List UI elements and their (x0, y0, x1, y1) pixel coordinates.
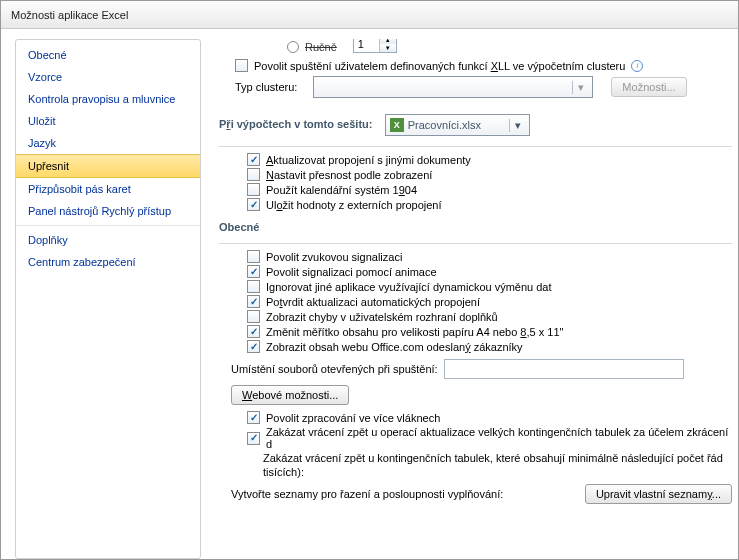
chk-update-links[interactable] (247, 153, 260, 166)
sidebar-item-ribbon[interactable]: Přizpůsobit pás karet (16, 178, 200, 200)
chk-undo-pivot[interactable] (247, 432, 260, 445)
lbl-undo-pivot: Zakázat vrácení zpět u operací aktualiza… (266, 426, 732, 450)
lbl-confirm-links: Potvrdit aktualizaci automatických propo… (266, 296, 480, 308)
lbl-scale-a4: Změnit měřítko obsahu pro velikosti papí… (266, 326, 563, 338)
lbl-sound: Povolit zvukovou signalizaci (266, 251, 402, 263)
lbl-addin-errors: Zobrazit chyby v uživatelském rozhraní d… (266, 311, 498, 323)
sidebar-item-general[interactable]: Obecné (16, 44, 200, 66)
chk-save-external[interactable] (247, 198, 260, 211)
sidebar-item-addins[interactable]: Doplňky (16, 229, 200, 251)
chevron-down-icon: ▾ (572, 81, 588, 94)
web-options-button[interactable]: Webové možnosti... (231, 385, 349, 405)
partial-row: Ručně 1 ▲▼ (219, 39, 732, 53)
startup-path-input[interactable] (444, 359, 684, 379)
chk-animation[interactable] (247, 265, 260, 278)
sidebar-separator (16, 225, 200, 226)
dialog-title: Možnosti aplikace Excel (1, 1, 738, 29)
thread-spinner[interactable]: 1 ▲▼ (353, 39, 397, 53)
chk-scale-a4[interactable] (247, 325, 260, 338)
lbl-save-external: Uložit hodnoty z externích propojení (266, 199, 442, 211)
chk-multithread[interactable] (247, 411, 260, 424)
sidebar-item-save[interactable]: Uložit (16, 110, 200, 132)
sidebar-item-qat[interactable]: Panel nástrojů Rychlý přístup (16, 200, 200, 222)
partial-label: Ručně (305, 41, 337, 53)
content-panel: Ručně 1 ▲▼ Povolit spuštění uživatelem d… (201, 39, 738, 559)
options-dialog: Možnosti aplikace Excel Obecné Vzorce Ko… (0, 0, 739, 560)
lbl-undo-pivot2b: tisících): (263, 466, 304, 478)
chk-confirm-links[interactable] (247, 295, 260, 308)
chk-1904[interactable] (247, 183, 260, 196)
cluster-type-label: Typ clusteru: (235, 81, 297, 93)
lbl-precision: Nastavit přesnost podle zobrazení (266, 169, 432, 181)
section-general-heading: Obecné (219, 221, 732, 235)
chk-dde[interactable] (247, 280, 260, 293)
chk-addin-errors[interactable] (247, 310, 260, 323)
radio-manual[interactable] (287, 41, 299, 53)
lbl-1904: Použít kalendářní systém 1904 (266, 184, 417, 196)
sidebar-item-proofing[interactable]: Kontrola pravopisu a mluvnice (16, 88, 200, 110)
chevron-down-icon[interactable]: ▾ (509, 119, 525, 132)
lbl-office-content: Zobrazit obsah webu Office.com odeslaný … (266, 341, 523, 353)
custom-lists-label: Vytvořte seznamy pro řazení a posloupnos… (231, 488, 503, 500)
sidebar-item-trust[interactable]: Centrum zabezpečení (16, 251, 200, 273)
info-icon[interactable]: i (631, 60, 643, 72)
lbl-dde: Ignorovat jiné aplikace využívající dyna… (266, 281, 552, 293)
sidebar-item-formulas[interactable]: Vzorce (16, 66, 200, 88)
sidebar-item-language[interactable]: Jazyk (16, 132, 200, 154)
lbl-multithread: Povolit zpracování ve více vláknech (266, 412, 440, 424)
lbl-xll: Povolit spuštění uživatelem definovaných… (254, 60, 625, 72)
sidebar-item-advanced[interactable]: Upřesnit (16, 154, 200, 178)
spin-down-icon[interactable]: ▼ (379, 44, 396, 52)
chk-sound[interactable] (247, 250, 260, 263)
category-sidebar: Obecné Vzorce Kontrola pravopisu a mluvn… (15, 39, 201, 559)
chk-office-content[interactable] (247, 340, 260, 353)
custom-lists-button[interactable]: Upravit vlastní seznamy... (585, 484, 732, 504)
lbl-animation: Povolit signalizaci pomocí animace (266, 266, 437, 278)
workbook-select[interactable]: X Pracovníci.xlsx ▾ (385, 114, 530, 136)
spin-value: 1 (354, 39, 375, 50)
section-calc-heading: Při výpočtech v tomto sešitu: X Pracovní… (219, 114, 732, 138)
workbook-name: Pracovníci.xlsx (408, 119, 481, 131)
cluster-type-select: ▾ (313, 76, 593, 98)
cluster-options-button: Možnosti... (611, 77, 686, 97)
chk-precision[interactable] (247, 168, 260, 181)
chk-xll[interactable] (235, 59, 248, 72)
lbl-update-links: Aktualizovat propojení s jinými dokument… (266, 154, 471, 166)
lbl-undo-pivot2: Zakázat vrácení zpět u kontingenčních ta… (263, 452, 723, 464)
excel-icon: X (390, 118, 404, 132)
startup-path-label: Umístění souborů otevřených při spuštění… (231, 363, 438, 375)
